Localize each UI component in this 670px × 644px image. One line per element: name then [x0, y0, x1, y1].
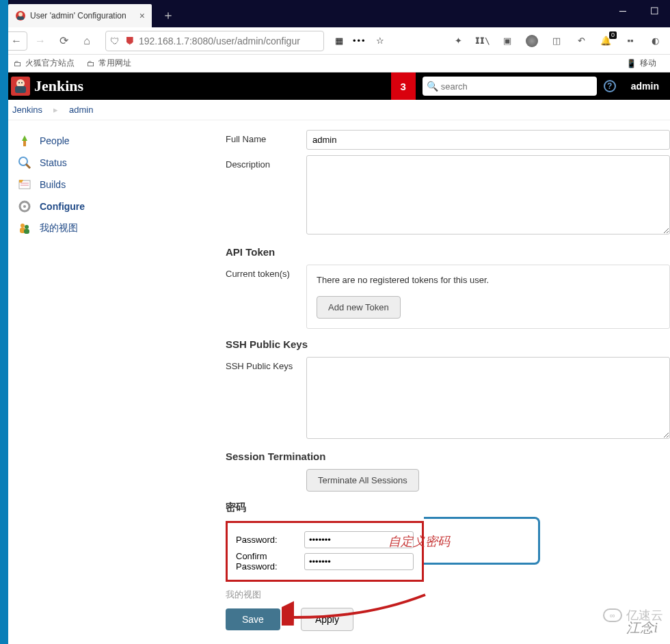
jenkins-favicon-icon: [15, 10, 26, 21]
tab-close-icon[interactable]: ×: [139, 10, 145, 21]
breadcrumb-item[interactable]: admin: [69, 105, 93, 115]
api-token-title: API Token: [226, 246, 670, 258]
jenkins-header: Jenkins 3 🔍 ? admin: [0, 72, 670, 100]
mobile-icon: 📱: [626, 59, 636, 68]
shield-icon: 🛡: [110, 36, 121, 46]
notification-icon[interactable]: 🔔0: [599, 34, 613, 48]
bookmark-label: 常用网址: [98, 57, 131, 69]
sidebar: People Status Builds Configure 我的视图: [0, 120, 226, 631]
nav-forward-button[interactable]: →: [30, 31, 51, 51]
sidebar-item-status[interactable]: Status: [16, 152, 226, 174]
bookmark-item[interactable]: 🗀 常用网址: [87, 57, 131, 69]
search-icon: 🔍: [427, 81, 438, 92]
library-icon[interactable]: 𝗜𝗜\: [476, 34, 490, 48]
breadcrumb-item[interactable]: Jenkins: [12, 105, 42, 115]
fullname-input[interactable]: [306, 130, 670, 150]
extensions-icon[interactable]: ✦: [451, 34, 465, 48]
sidebar-item-configure[interactable]: Configure: [16, 196, 226, 217]
folder-icon: 🗀: [87, 59, 95, 68]
sidebar-item-people[interactable]: People: [16, 130, 226, 152]
undo-icon[interactable]: ↶: [574, 34, 588, 48]
sidebar-label: 我的视图: [40, 222, 78, 234]
jenkins-logo-icon: [11, 77, 30, 96]
window-minimize-button[interactable]: ─: [607, 0, 639, 22]
ssh-title: SSH Public Keys: [226, 338, 670, 350]
jenkins-brand-text: Jenkins: [34, 77, 83, 95]
svg-rect-20: [24, 229, 29, 234]
status-icon: [16, 155, 33, 171]
bookmark-item[interactable]: 🗀 火狐官方站点: [14, 57, 75, 69]
search-input[interactable]: [441, 81, 593, 92]
sidebar-icon[interactable]: ▣: [500, 34, 514, 48]
jenkins-logo[interactable]: Jenkins: [11, 77, 83, 96]
crop-icon[interactable]: ◫: [550, 34, 563, 48]
profile-icon[interactable]: [525, 34, 539, 48]
browser-navbar: ← → ⟳ ⌂ 🛡 ⛊ ▦ ••• ☆ ✦ 𝗜𝗜\ ▣ ◫ ↶ 🔔0 ▪▪ ◐: [0, 27, 670, 55]
svg-point-6: [21, 82, 23, 83]
url-bar[interactable]: 🛡 ⛊: [105, 31, 324, 51]
breadcrumb-sep-icon: ▸: [53, 105, 58, 115]
description-input[interactable]: [306, 155, 670, 234]
jenkins-search[interactable]: 🔍: [423, 77, 597, 96]
url-input[interactable]: [139, 36, 319, 46]
myviews-dim-label: 我的视图: [226, 589, 670, 601]
sidebar-item-builds[interactable]: Builds: [16, 174, 226, 196]
svg-marker-7: [22, 135, 27, 141]
svg-point-1: [18, 12, 23, 16]
jenkins-notification-count[interactable]: 3: [391, 72, 416, 100]
password-box: Password: Confirm Password:: [226, 521, 424, 582]
current-user[interactable]: admin: [631, 81, 659, 92]
gear-icon: [16, 198, 33, 215]
add-token-button[interactable]: Add new Token: [317, 296, 401, 319]
window-maximize-button[interactable]: ☐: [639, 0, 670, 22]
users-icon: [16, 220, 33, 237]
qr-icon[interactable]: ▦: [335, 36, 343, 46]
breadcrumb: Jenkins ▸ admin: [0, 100, 670, 120]
terminate-sessions-button[interactable]: Terminate All Sessions: [306, 469, 419, 492]
new-tab-button[interactable]: ＋: [159, 5, 178, 25]
bookmarks-bar: 🗀 火狐官方站点 🗀 常用网址 📱 移动: [0, 55, 670, 72]
mobile-bookmarks[interactable]: 📱 移动: [626, 57, 656, 69]
apply-button[interactable]: Apply: [301, 608, 353, 631]
builds-icon: [16, 176, 33, 193]
sidebar-label: Configure: [40, 201, 85, 212]
svg-point-16: [23, 205, 26, 208]
menu-dots-icon[interactable]: •••: [353, 36, 366, 46]
nav-home-button[interactable]: ⌂: [77, 31, 97, 51]
svg-rect-2: [17, 16, 24, 20]
security-slash-icon: ⛊: [125, 36, 135, 46]
confirm-password-input[interactable]: [304, 553, 414, 570]
svg-point-17: [21, 224, 25, 228]
browser-titlebar: User 'admin' Configuration × ＋ ─ ☐: [0, 0, 670, 27]
password-label: Password:: [236, 535, 304, 545]
window-left-accent: [0, 0, 8, 644]
sidebar-item-myviews[interactable]: 我的视图: [16, 217, 226, 239]
svg-rect-8: [23, 141, 26, 146]
apps-icon[interactable]: ▪▪: [624, 34, 637, 48]
ssh-input[interactable]: [306, 357, 670, 439]
no-tokens-message: There are no registered tokens for this …: [317, 275, 660, 285]
browser-tab[interactable]: User 'admin' Configuration ×: [8, 4, 152, 27]
current-tokens-label: Current token(s): [226, 265, 306, 329]
ssh-label: SSH Public Keys: [226, 357, 306, 441]
bookmark-label: 移动: [640, 57, 656, 69]
confirm-password-label: Confirm Password:: [236, 551, 304, 572]
save-button[interactable]: Save: [226, 608, 280, 630]
nav-back-button[interactable]: ←: [5, 31, 27, 51]
main-form: Full Name Description API Token Current …: [226, 120, 670, 631]
svg-line-10: [26, 164, 30, 168]
sidebar-label: Status: [40, 157, 67, 168]
svg-point-5: [18, 82, 20, 83]
annotation-bracket: [424, 517, 540, 565]
help-icon[interactable]: ?: [604, 80, 616, 92]
tab-title: User 'admin' Configuration: [30, 11, 135, 21]
password-title: 密码: [226, 501, 670, 514]
sidebar-label: People: [40, 135, 70, 146]
bookmark-star-icon[interactable]: ☆: [376, 36, 384, 46]
more-icon[interactable]: ◐: [648, 34, 662, 48]
bookmark-label: 火狐官方站点: [25, 57, 75, 69]
svg-point-18: [25, 225, 29, 229]
nav-reload-button[interactable]: ⟳: [53, 31, 74, 51]
sidebar-label: Builds: [40, 179, 66, 190]
folder-icon: 🗀: [14, 59, 22, 68]
